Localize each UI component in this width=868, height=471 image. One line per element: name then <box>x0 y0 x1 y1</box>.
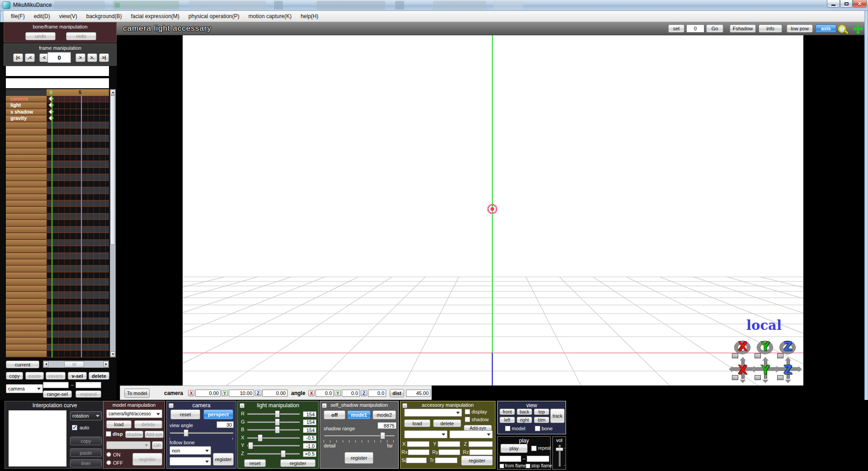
camera-x-input[interactable]: 0.00 <box>195 390 221 397</box>
track-cells[interactable] <box>47 161 109 167</box>
minimize-icon[interactable] <box>827 0 840 8</box>
light-slider-thumb[interactable] <box>275 426 280 433</box>
display-checkbox[interactable] <box>465 409 470 414</box>
track-cells[interactable] <box>47 181 109 187</box>
move-y-axis-icon[interactable]: Y <box>755 361 775 380</box>
menu-file-f-[interactable]: file(F) <box>6 11 29 22</box>
track-cells[interactable] <box>47 299 109 305</box>
timeline-horizontal-scrollbar[interactable] <box>43 361 109 368</box>
camera-y-input[interactable]: 10.00 <box>229 390 254 397</box>
timeline-row[interactable] <box>6 266 109 272</box>
light-slider-thumb[interactable] <box>258 434 263 442</box>
timeline-row[interactable] <box>6 331 109 338</box>
timeline-row[interactable] <box>6 253 109 259</box>
track-cells[interactable] <box>47 227 109 233</box>
timeline-row[interactable] <box>6 259 109 266</box>
camera-extra-select[interactable] <box>170 457 211 466</box>
track-cells[interactable] <box>47 331 109 338</box>
title-bar[interactable]: MikuMikuDance ✕ <box>0 0 868 11</box>
menu-view-v-[interactable]: view(V) <box>55 11 82 22</box>
track-cells[interactable] <box>47 115 109 122</box>
timeline-row[interactable] <box>6 148 109 155</box>
angle-y-input[interactable]: 0.0 <box>342 390 360 397</box>
play-to-input[interactable] <box>527 456 549 462</box>
track-cells[interactable] <box>47 194 109 200</box>
timeline-row[interactable]: light <box>6 102 109 109</box>
acc-field-input-si[interactable] <box>406 457 427 463</box>
view-angle-slider[interactable] <box>170 432 234 434</box>
acc-field-input-x[interactable] <box>407 441 429 447</box>
model-delete-button[interactable]: delete <box>134 420 162 428</box>
light-value-x[interactable]: -0.5 <box>303 435 316 441</box>
viewport-3d[interactable]: local XYZXYZ <box>117 35 864 385</box>
timeline-rows[interactable]: cameralights shadowgravity <box>6 96 109 357</box>
keyframe-diamond[interactable] <box>48 96 53 101</box>
track-cells[interactable] <box>47 155 109 161</box>
track-cells[interactable] <box>47 338 109 344</box>
timeline-row[interactable] <box>6 142 109 148</box>
morph-list-box[interactable] <box>6 78 109 89</box>
track-cells[interactable] <box>47 102 109 109</box>
low-pow-button[interactable]: low pow <box>787 24 813 33</box>
timeline-row[interactable] <box>6 324 109 331</box>
camera-register-button[interactable]: register <box>213 453 234 466</box>
dist-input[interactable]: 45.00 <box>406 390 430 397</box>
track-button[interactable]: track <box>550 409 565 423</box>
scroll-right-icon[interactable] <box>104 361 108 367</box>
acc-register-button[interactable]: register <box>461 456 493 466</box>
scrollbar-thumb[interactable] <box>110 95 115 245</box>
view-bone-checkbox[interactable] <box>535 426 540 431</box>
view-top-button[interactable]: top <box>534 409 549 415</box>
frame-nav-button-1[interactable]: .< <box>25 53 35 62</box>
scroll-down-icon[interactable] <box>110 352 115 357</box>
track-cells[interactable] <box>47 240 109 246</box>
follow-bone-select[interactable]: non <box>170 446 211 455</box>
fshadow-button[interactable]: Fshadow <box>730 24 756 33</box>
keyframe-diamond[interactable] <box>48 109 53 114</box>
track-cells[interactable] <box>47 279 109 285</box>
light-register-button[interactable]: register <box>280 459 316 467</box>
shadow-off-button[interactable]: off <box>324 410 345 419</box>
light-slider-b[interactable] <box>247 429 300 431</box>
op-button[interactable]: OP <box>152 441 163 449</box>
undo-button[interactable]: undo <box>25 32 56 40</box>
goto-frame-input[interactable]: 0 <box>686 24 704 33</box>
timeline-row[interactable]: gravity <box>6 115 109 122</box>
view-right-button[interactable]: right <box>517 417 532 423</box>
interp-liner-button[interactable]: liner <box>70 459 102 467</box>
timeline-row[interactable] <box>6 122 109 128</box>
track-cells[interactable] <box>47 128 109 135</box>
redo-button[interactable]: redo <box>66 32 96 40</box>
timeline-row[interactable] <box>6 311 109 318</box>
viewport-canvas[interactable]: local XYZXYZ <box>183 35 803 385</box>
copy-button[interactable]: copy <box>6 372 23 380</box>
track-cells[interactable] <box>47 122 109 128</box>
timeline-row[interactable] <box>6 233 109 239</box>
menu-motion-capture-k-[interactable]: motion capture(K) <box>244 11 296 22</box>
track-cells[interactable] <box>47 174 109 181</box>
model-add-syn-button[interactable]: Add-syn <box>145 431 164 438</box>
rotate-z-axis-icon[interactable]: Z <box>778 339 798 358</box>
paste-button[interactable]: paste <box>25 372 44 380</box>
light-slider-x[interactable] <box>247 437 300 439</box>
track-cells[interactable] <box>47 109 109 115</box>
axis-toggle-button[interactable]: axis <box>816 24 836 33</box>
shadow-range-thumb[interactable] <box>380 432 385 439</box>
keyframe-diamond[interactable] <box>48 103 53 108</box>
perspect-button[interactable]: perspect <box>203 409 233 419</box>
from-frame-checkbox[interactable] <box>500 464 504 468</box>
bone-list-box[interactable] <box>6 66 109 77</box>
bone-select-disabled[interactable] <box>106 441 151 449</box>
timeline-row[interactable]: camera <box>6 96 109 102</box>
timeline-row[interactable] <box>6 220 109 226</box>
view-model-checkbox[interactable] <box>505 426 510 431</box>
interp-copy-button[interactable]: copy <box>70 437 102 445</box>
shadow-mode2-button[interactable]: mode2 <box>373 410 396 419</box>
track-cells[interactable] <box>47 292 109 298</box>
track-cells[interactable] <box>47 233 109 239</box>
frame-nav-button-5[interactable]: >| <box>99 53 109 62</box>
current-button[interactable]: current <box>6 361 39 368</box>
acc-field-input-rz[interactable] <box>469 449 493 455</box>
scroll-left-icon[interactable] <box>43 361 48 367</box>
play-button[interactable]: play <box>500 444 528 453</box>
